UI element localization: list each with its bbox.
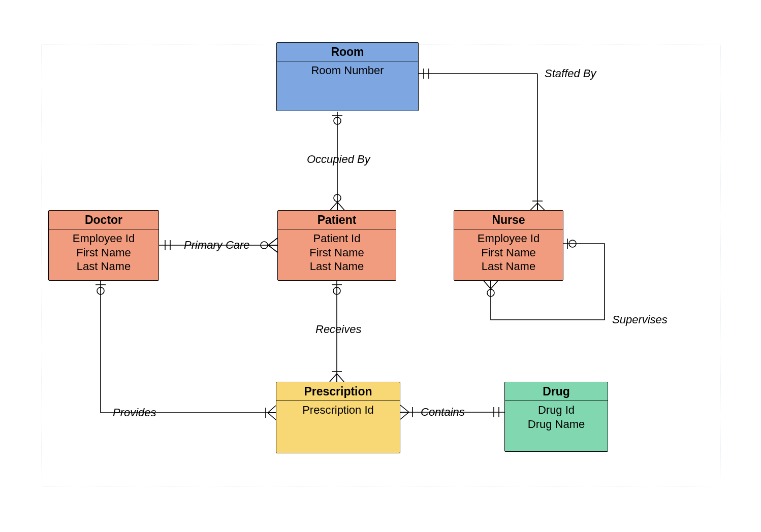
svg-line-28 [268, 406, 276, 413]
entity-doctor-attrs: Employee Id First Name Last Name [49, 229, 158, 277]
entity-prescription-attrs: Prescription Id [276, 401, 400, 420]
label-primary-care: Primary Care [184, 239, 250, 252]
svg-line-12 [337, 202, 344, 210]
svg-line-22 [330, 374, 337, 382]
svg-line-6 [537, 203, 545, 210]
entity-nurse-attrs: Employee Id First Name Last Name [454, 229, 563, 277]
label-receives: Receives [315, 323, 361, 336]
entity-prescription-title: Prescription [276, 382, 400, 401]
entity-doctor-title: Doctor [49, 211, 158, 229]
entity-drug[interactable]: Drug Drug Id Drug Name [504, 382, 608, 452]
entity-patient[interactable]: Patient Patient Id First Name Last Name [277, 210, 396, 281]
label-contains: Contains [421, 406, 465, 419]
svg-line-4 [530, 203, 537, 210]
svg-line-30 [268, 413, 276, 420]
svg-line-42 [491, 281, 498, 289]
svg-line-18 [268, 245, 277, 252]
entity-room-attrs: Room Number [277, 61, 418, 81]
label-occupied-by: Occupied By [307, 153, 370, 166]
label-provides: Provides [113, 406, 156, 419]
entity-drug-title: Drug [505, 382, 608, 401]
entity-patient-title: Patient [278, 211, 396, 229]
entity-room-title: Room [277, 43, 418, 61]
entity-room[interactable]: Room Room Number [276, 42, 419, 111]
entity-patient-attrs: Patient Id First Name Last Name [278, 229, 396, 277]
svg-line-33 [400, 412, 409, 419]
svg-line-40 [484, 281, 491, 289]
label-staffed-by: Staffed By [545, 67, 596, 80]
entity-nurse[interactable]: Nurse Employee Id First Name Last Name [454, 210, 563, 281]
entity-drug-attrs: Drug Id Drug Name [505, 401, 608, 434]
label-supervises: Supervises [612, 313, 668, 326]
svg-line-31 [400, 405, 409, 412]
entity-prescription[interactable]: Prescription Prescription Id [276, 382, 400, 453]
svg-line-10 [330, 202, 337, 210]
svg-line-24 [337, 374, 344, 382]
svg-line-16 [268, 238, 277, 245]
entity-nurse-title: Nurse [454, 211, 563, 229]
entity-doctor[interactable]: Doctor Employee Id First Name Last Name [48, 210, 159, 281]
